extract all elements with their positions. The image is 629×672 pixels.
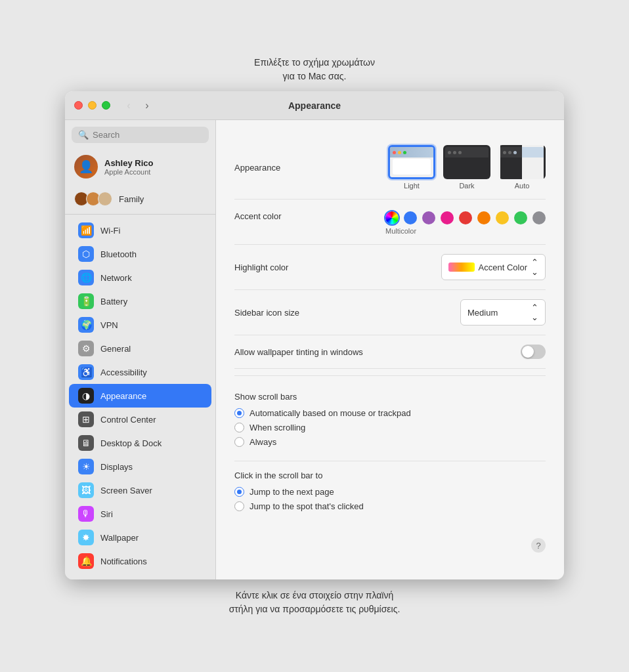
general-label: General <box>100 344 131 354</box>
accessibility-icon: ♿ <box>78 364 94 380</box>
color-blue[interactable] <box>404 211 417 224</box>
sidebar-size-chevron: ⌃⌄ <box>531 303 538 322</box>
sidebar-item-general[interactable]: ⚙General <box>69 337 211 360</box>
content-area: 🔍 👤 Ashley Rico Apple Account Family <box>65 120 564 579</box>
auto-label: Auto <box>515 182 530 190</box>
screen-saver-label: Screen Saver <box>100 486 152 495</box>
wifi-label: Wi-Fi <box>100 226 120 236</box>
network-label: Network <box>100 273 132 283</box>
sidebar-item-vpn[interactable]: 🌍VPN <box>69 313 211 337</box>
notifications-icon: 🔔 <box>78 553 94 569</box>
scroll-auto-label: Automatically based on mouse or trackpad <box>249 408 411 418</box>
displays-label: Displays <box>100 462 133 472</box>
sidebar-item-control-center[interactable]: ⊞Control Center <box>69 408 211 431</box>
family-avatar-3 <box>98 192 112 206</box>
color-red[interactable] <box>459 211 472 224</box>
siri-label: Siri <box>100 509 113 519</box>
divider-1 <box>65 214 215 215</box>
scroll-auto-radio[interactable] <box>234 408 244 418</box>
vpn-label: VPN <box>100 320 118 330</box>
toggle-knob <box>522 346 534 358</box>
search-input[interactable] <box>93 130 202 140</box>
appearance-light[interactable]: Light <box>388 145 435 190</box>
sidebar-item-siri[interactable]: 🎙Siri <box>69 502 211 526</box>
sidebar-icon-size-row: Sidebar icon size Medium ⌃⌄ <box>234 290 546 335</box>
sidebar-item-family[interactable]: Family <box>65 188 215 210</box>
sidebar-icon-size-selector[interactable]: Medium ⌃⌄ <box>460 299 546 326</box>
sidebar-item-appearance[interactable]: ◑Appearance <box>69 384 211 408</box>
scroll-scrolling-label: When scrolling <box>249 423 305 432</box>
multicolor-label: Multicolor <box>385 227 416 235</box>
appearance-label: Appearance <box>234 163 339 173</box>
appearance-label: Appearance <box>100 391 146 401</box>
scroll-auto-option[interactable]: Automatically based on mouse or trackpad <box>234 408 546 418</box>
click-next-page-label: Jump to the next page <box>249 487 334 497</box>
nav-buttons: ‹ › <box>121 98 155 114</box>
click-spot-option[interactable]: Jump to the spot that's clicked <box>234 501 546 511</box>
window-title: Appearance <box>288 100 341 111</box>
color-multicolor[interactable] <box>385 211 399 224</box>
sidebar-item-bluetooth[interactable]: ⬡Bluetooth <box>69 242 211 266</box>
accent-color-label: Accent color <box>234 211 339 221</box>
main-panel: Appearance Light <box>216 120 564 579</box>
sidebar-icon-size-label: Sidebar icon size <box>234 308 339 318</box>
color-graphite[interactable] <box>532 211 546 224</box>
wallpaper-tinting-toggle[interactable] <box>521 345 546 359</box>
highlight-value: Accent Color <box>479 262 527 272</box>
color-pink[interactable] <box>441 211 454 224</box>
sidebar-item-desktop-dock[interactable]: 🖥Desktop & Dock <box>69 431 211 455</box>
close-button[interactable] <box>74 101 83 110</box>
sidebar-item-network[interactable]: 🌐Network <box>69 266 211 289</box>
sidebar-item-screen-saver[interactable]: 🖼Screen Saver <box>69 478 211 502</box>
desktop-dock-label: Desktop & Dock <box>100 438 162 448</box>
click-spot-radio[interactable] <box>234 501 244 511</box>
appearance-options: Light Dark <box>388 145 546 190</box>
maximize-button[interactable] <box>102 101 110 110</box>
scroll-always-radio[interactable] <box>234 437 244 447</box>
user-name: Ashley Rico <box>104 158 153 168</box>
sidebar-item-battery[interactable]: 🔋Battery <box>69 289 211 313</box>
sidebar-nav: 📶Wi-Fi⬡Bluetooth🌐Network🔋Battery🌍VPN⚙Gen… <box>65 219 215 573</box>
scroll-bars-section: Show scroll bars Automatically based on … <box>234 383 546 461</box>
scroll-always-option[interactable]: Always <box>234 437 546 447</box>
user-profile[interactable]: 👤 Ashley Rico Apple Account <box>65 150 215 184</box>
color-circles <box>385 211 546 224</box>
sidebar-item-wallpaper[interactable]: ✸Wallpaper <box>69 526 211 549</box>
forward-button[interactable]: › <box>139 98 155 114</box>
bluetooth-label: Bluetooth <box>100 249 137 259</box>
section-divider <box>234 375 546 376</box>
bluetooth-icon: ⬡ <box>78 246 94 262</box>
scroll-scrolling-radio[interactable] <box>234 423 244 432</box>
color-purple[interactable] <box>422 211 435 224</box>
appearance-auto[interactable]: Auto <box>498 145 546 190</box>
search-bar[interactable]: 🔍 <box>72 127 209 143</box>
light-label: Light <box>404 182 420 190</box>
click-next-page-radio[interactable] <box>234 487 244 497</box>
help-button[interactable]: ? <box>531 538 546 553</box>
battery-label: Battery <box>100 297 127 306</box>
sidebar-item-accessibility[interactable]: ♿Accessibility <box>69 360 211 384</box>
click-scroll-label: Click in the scroll bar to <box>234 471 546 480</box>
auto-thumb <box>498 145 546 179</box>
back-button[interactable]: ‹ <box>121 98 137 114</box>
minimize-button[interactable] <box>88 101 97 110</box>
sidebar-item-wifi[interactable]: 📶Wi-Fi <box>69 219 211 242</box>
scroll-scrolling-option[interactable]: When scrolling <box>234 423 546 432</box>
click-spot-label: Jump to the spot that's clicked <box>249 501 364 511</box>
highlight-color-row: Highlight color Accent Color ⌃⌄ <box>234 245 546 290</box>
sidebar-icon-size-value: Medium <box>467 308 498 318</box>
sidebar: 🔍 👤 Ashley Rico Apple Account Family <box>65 120 216 579</box>
screen-saver-icon: 🖼 <box>78 482 94 498</box>
highlight-gradient <box>448 262 475 272</box>
sidebar-item-displays[interactable]: ☀Displays <box>69 455 211 478</box>
highlight-color-selector[interactable]: Accent Color ⌃⌄ <box>441 254 546 280</box>
user-sub: Apple Account <box>104 168 153 176</box>
color-yellow[interactable] <box>496 211 509 224</box>
accent-color-row: Accent color Multicolor <box>234 200 546 245</box>
click-next-page-option[interactable]: Jump to the next page <box>234 487 546 497</box>
color-green[interactable] <box>514 211 527 224</box>
appearance-dark[interactable]: Dark <box>443 145 490 190</box>
scroll-always-label: Always <box>249 437 276 447</box>
sidebar-item-notifications[interactable]: 🔔Notifications <box>69 549 211 573</box>
color-orange[interactable] <box>477 211 490 224</box>
